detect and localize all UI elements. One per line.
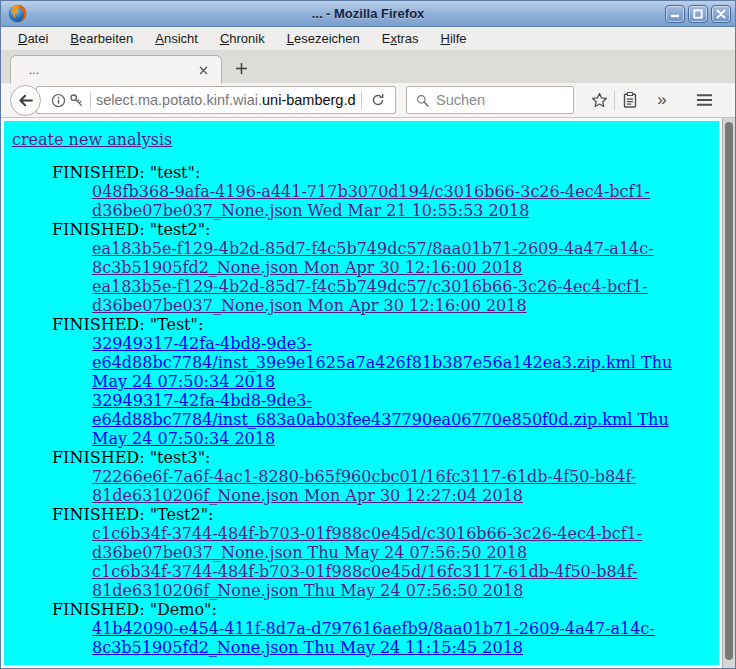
reload-icon [371,93,385,107]
window-title: ... - Mozilla Firefox [1,6,735,21]
overflow-button[interactable]: » [649,87,675,113]
plus-icon [235,62,248,75]
tab-close-button[interactable] [195,62,211,78]
url-prefix: select.ma.potato.kinf.wiai. [96,92,262,108]
bookmark-star-button[interactable] [586,87,612,113]
scrollbar[interactable] [722,118,735,668]
menu-item-ansicht[interactable]: Ansicht [144,28,209,49]
browser-tab[interactable]: ... [10,55,222,84]
menu-item-extras[interactable]: Extras [371,28,430,49]
key-icon[interactable] [67,93,85,108]
analysis-entry: FINISHED: "Demo":41b42090-e454-411f-8d7a… [12,600,711,657]
minimize-button[interactable] [665,5,685,23]
create-analysis-link[interactable]: create new analysis [12,130,172,149]
url-text[interactable]: select.ma.potato.kinf.wiai.uni-bamberg.d… [96,92,356,108]
back-button[interactable] [10,85,41,116]
reload-button[interactable] [367,93,389,107]
menu-item-hilfe[interactable]: Hilfe [430,28,478,49]
result-file-link[interactable]: ea183b5e-f129-4b2d-85d7-f4c5b749dc57/c30… [92,277,704,315]
menu-item-chronik[interactable]: Chronik [209,28,276,49]
double-chevron-icon: » [657,90,666,110]
result-file-link[interactable]: 41b42090-e454-411f-8d7a-d797616aefb9/8aa… [92,619,704,657]
analysis-status: FINISHED: "Demo": [52,600,711,619]
result-file-link[interactable]: 32949317-42fa-4bd8-9de3-e64d88bc7784/ins… [92,391,704,448]
menu-item-lesezeichen[interactable]: Lesezeichen [276,28,371,49]
result-file-link[interactable]: 72266e6f-7a6f-4ac1-8280-b65f960cbc01/16f… [92,467,704,505]
close-button[interactable] [711,5,731,23]
scrollbar-thumb[interactable] [725,122,733,660]
result-file-link[interactable]: 048fb368-9afa-4196-a441-717b3070d194/c30… [92,182,704,220]
titlebar: ... - Mozilla Firefox [1,1,735,27]
analysis-list: FINISHED: "test":048fb368-9afa-4196-a441… [12,163,711,657]
analysis-status: FINISHED: "test": [52,163,711,182]
reload-separator [361,92,362,109]
bookmarks-menu-button[interactable] [617,87,643,113]
analysis-entry: FINISHED: "test3":72266e6f-7a6f-4ac1-828… [12,448,711,505]
result-file-link[interactable]: ea183b5e-f129-4b2d-85d7-f4c5b749dc57/8aa… [92,239,704,277]
maximize-icon [693,9,703,19]
tab-label: ... [29,63,195,77]
minimize-icon [670,9,680,18]
analysis-status: FINISHED: "Test": [52,315,711,334]
content-area: create new analysis FINISHED: "test":048… [1,118,735,668]
new-tab-button[interactable] [226,55,256,81]
search-placeholder: Suchen [436,92,485,108]
analysis-entry: FINISHED: "Test":32949317-42fa-4bd8-9de3… [12,315,711,448]
tab-close-icon [199,66,208,75]
menu-item-bearbeiten[interactable]: Bearbeiten [59,28,144,49]
navbar: select.ma.potato.kinf.wiai.uni-bamberg.d… [1,83,735,118]
browser-window: ... - Mozilla Firefox DateiBearbeitenAns… [0,0,736,669]
back-arrow-icon [17,92,34,109]
star-icon [590,91,609,110]
tabbar: ... [1,51,735,83]
clipboard-icon [622,91,638,109]
page-body: create new analysis FINISHED: "test":048… [4,121,719,665]
url-domain: uni-bamberg.de [262,92,356,108]
menubar: DateiBearbeitenAnsichtChronikLesezeichen… [1,27,735,51]
url-separator [90,92,91,109]
app-menu-button[interactable] [691,87,717,113]
url-bar[interactable]: select.ma.potato.kinf.wiai.uni-bamberg.d… [36,86,396,114]
window-controls [665,5,731,23]
maximize-button[interactable] [688,5,708,23]
analysis-status: FINISHED: "test3": [52,448,711,467]
result-file-link[interactable]: c1c6b34f-3744-484f-b703-01f988c0e45d/c30… [92,524,704,562]
result-file-link[interactable]: c1c6b34f-3744-484f-b703-01f988c0e45d/16f… [92,562,704,600]
analysis-status: FINISHED: "Test2": [52,505,711,524]
close-icon [716,9,726,19]
info-icon[interactable] [49,93,67,108]
analysis-entry: FINISHED: "Test2":c1c6b34f-3744-484f-b70… [12,505,711,600]
toolbar-separator [614,91,615,110]
analysis-entry: FINISHED: "test2":ea183b5e-f129-4b2d-85d… [12,220,711,315]
analysis-entry: FINISHED: "test":048fb368-9afa-4196-a441… [12,163,711,220]
hamburger-icon [696,93,713,107]
search-icon [416,94,429,107]
analysis-status: FINISHED: "test2": [52,220,711,239]
menu-item-datei[interactable]: Datei [7,28,59,49]
search-input[interactable]: Suchen [406,86,574,114]
result-file-link[interactable]: 32949317-42fa-4bd8-9de3-e64d88bc7784/ins… [92,334,704,391]
